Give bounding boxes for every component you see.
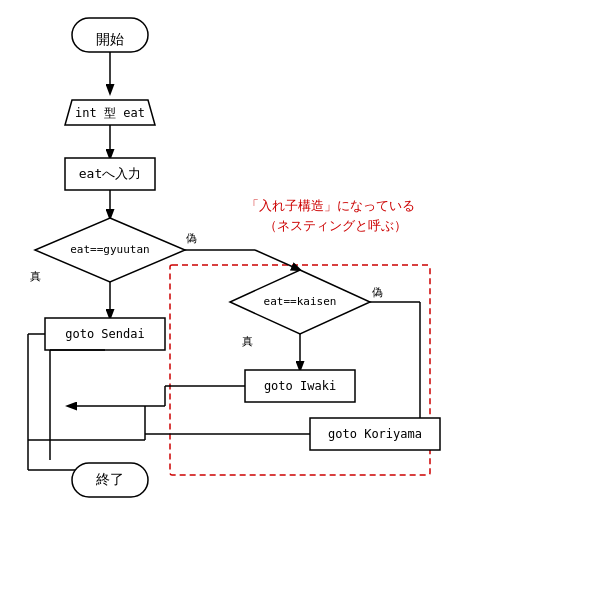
cond1-false-label: 偽 [186,232,197,245]
annotation-line2: （ネスティングと呼ぶ） [264,218,407,233]
cond2-label: eat==kaisen [264,295,337,308]
goto-iwaki-label: goto Iwaki [264,379,336,393]
input-label: eatへ入力 [79,166,141,181]
goto-koriyama-label: goto Koriyama [328,427,422,441]
cond1-label: eat==gyuutan [70,243,149,256]
declare-label: int 型 eat [75,106,145,120]
cond1-true-label: 真 [30,270,41,283]
cond2-true-label: 真 [242,335,253,348]
end-label: 終了 [95,471,124,487]
annotation-line1: 「入れ子構造」になっている [246,198,415,213]
start-label: 開始 [96,31,124,47]
cond2-false-label: 偽 [372,286,383,299]
goto-sendai-label: goto Sendai [65,327,144,341]
svg-line-9 [255,250,300,270]
